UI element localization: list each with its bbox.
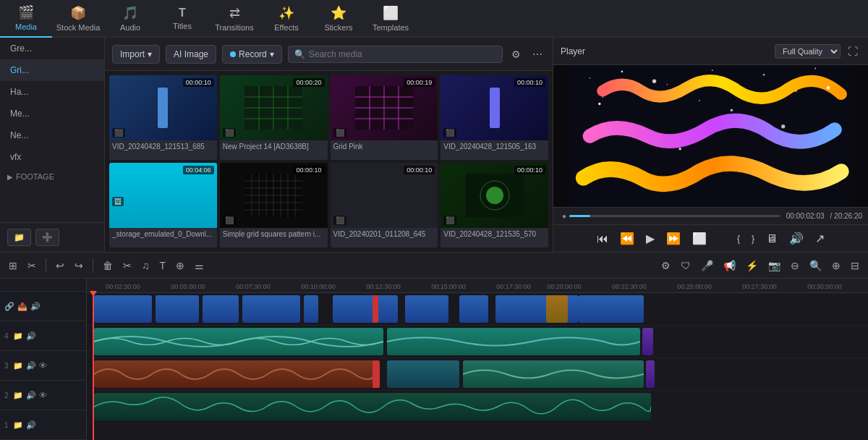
clip-top-1[interactable]: [94, 295, 152, 323]
track-audio-icon-2[interactable]: 🔊: [26, 391, 36, 400]
track-audio-icon-1[interactable]: 🔊: [26, 420, 36, 430]
nav-transitions[interactable]: ⇄ Transitions: [208, 0, 260, 38]
tl-audio-extract[interactable]: ♫: [139, 258, 153, 273]
time-progress[interactable]: [569, 215, 780, 217]
fullscreen-button[interactable]: ⛶: [845, 44, 861, 59]
tl-trim-tool[interactable]: ✂: [25, 258, 39, 273]
track-eye-icon-3[interactable]: 👁: [39, 361, 47, 370]
clip-top-4[interactable]: [242, 295, 300, 323]
nav-titles[interactable]: T Titles: [156, 0, 208, 38]
media-item-3[interactable]: 00:00:10 ⬛ VID_20240428_121505_163: [441, 75, 548, 160]
tl-settings-button[interactable]: ⚙: [658, 258, 673, 273]
sidebar-item-gri[interactable]: Gri...: [0, 59, 104, 81]
tl-align-button[interactable]: ⚌: [192, 258, 207, 273]
clip-teal-2[interactable]: [387, 328, 640, 355]
clip-main-1[interactable]: [94, 360, 376, 388]
track-export-icon[interactable]: 📤: [17, 302, 27, 311]
clip-purple-main[interactable]: [646, 360, 655, 388]
sidebar-item-gre[interactable]: Gre...: [0, 38, 104, 59]
audio-button[interactable]: 🔊: [786, 229, 807, 248]
nav-media[interactable]: 🎬 Media: [0, 0, 52, 38]
sidebar-item-ne[interactable]: Ne...: [0, 124, 104, 146]
search-box[interactable]: 🔍: [288, 46, 503, 63]
clip-red-marker[interactable]: [373, 295, 378, 323]
clip-top-8[interactable]: [459, 295, 488, 323]
tl-voiceover-button[interactable]: 📢: [720, 258, 739, 273]
record-button[interactable]: Record ▾: [222, 45, 282, 64]
tl-delete-button[interactable]: 🗑: [100, 258, 116, 273]
clip-purple-end[interactable]: [642, 328, 653, 355]
sidebar-item-vfx[interactable]: vfx: [0, 146, 104, 168]
clip-top-5[interactable]: [304, 295, 318, 323]
clip-top-7[interactable]: [405, 295, 448, 323]
track-audio-icon-0[interactable]: 🔊: [30, 302, 41, 311]
ai-image-button[interactable]: AI Image: [166, 45, 216, 64]
import-button[interactable]: Import ▾: [112, 45, 160, 64]
track-folder-icon-3[interactable]: 📁: [13, 361, 23, 371]
clip-audio-main[interactable]: [94, 393, 651, 420]
nav-stock-media[interactable]: 📦 Stock Media: [52, 0, 104, 38]
clip-top-6[interactable]: [333, 295, 398, 323]
media-item-7[interactable]: 00:00:10 ⬛ VID_20240428_121535_570: [441, 163, 548, 248]
add-folder-button[interactable]: 📁: [7, 229, 31, 246]
track-audio-icon-3[interactable]: 🔊: [26, 361, 36, 371]
tl-zoom-button[interactable]: ⊕: [173, 258, 187, 273]
more-options-button[interactable]: ⋯: [529, 47, 545, 62]
tl-add-track-button[interactable]: ⊕: [829, 258, 843, 273]
tl-cut-button[interactable]: ✂: [120, 258, 135, 273]
more-ctrl-button[interactable]: ↗: [812, 229, 828, 248]
sidebar-item-ha[interactable]: Ha...: [0, 81, 104, 103]
clip-top-11[interactable]: [579, 295, 644, 323]
media-item-4[interactable]: 00:04:06 🖼 _storage_emulated_0_Downl...: [109, 163, 217, 248]
tl-text-tool[interactable]: T: [157, 258, 169, 273]
mark-in-button[interactable]: {: [733, 232, 744, 246]
tl-grid-view-button[interactable]: ⊟: [848, 258, 862, 273]
tl-snapshot-button[interactable]: 📷: [765, 258, 783, 273]
nav-stickers[interactable]: ⭐ Stickers: [312, 0, 365, 38]
quality-select[interactable]: Full Quality Half Quality: [775, 44, 841, 59]
clip-top-2[interactable]: [156, 295, 199, 323]
track-link-icon[interactable]: 🔗: [4, 302, 14, 311]
sidebar-item-me[interactable]: Me...: [0, 103, 104, 124]
tl-mic-button[interactable]: 🎤: [698, 258, 716, 273]
search-input[interactable]: [309, 49, 496, 59]
tl-safety-button[interactable]: 🛡: [678, 258, 694, 273]
timeline-tracks[interactable]: 00:02:30:00 00:05:00:00 00:07:30:00 00:1…: [87, 279, 868, 440]
mark-out-button[interactable]: }: [748, 232, 758, 246]
time-back-button[interactable]: ●: [559, 211, 569, 221]
clip-teal-1[interactable]: [94, 328, 383, 355]
media-item-5[interactable]: 00:00:10 ⬛ Simple grid squares pattern i…: [220, 163, 328, 248]
fullscreen-player-button[interactable]: ⬜: [689, 229, 710, 248]
tl-speed-button[interactable]: ⊖: [788, 258, 802, 273]
media-item-2[interactable]: 00:00:19 ⬛ Grid Pink: [331, 75, 438, 160]
clip-main-2[interactable]: [387, 360, 459, 388]
prev-frame-button[interactable]: ⏪: [616, 229, 638, 248]
tl-fx-button[interactable]: ⚡: [743, 258, 761, 273]
nav-effects[interactable]: ✨ Effects: [260, 0, 312, 38]
media-item-1[interactable]: 00:00:20 ⬛ New Project 14 [AD3638B]: [220, 75, 328, 160]
media-item-0[interactable]: 00:00:10 ⬛ VID_20240428_121513_685: [109, 75, 217, 160]
track-audio-icon-4[interactable]: 🔊: [26, 331, 36, 341]
play-button[interactable]: ▶: [642, 229, 658, 248]
tl-select-tool[interactable]: ⊞: [6, 258, 20, 273]
track-folder-icon-2[interactable]: 📁: [13, 391, 23, 400]
nav-templates[interactable]: ⬜ Templates: [365, 0, 417, 38]
clip-red-block[interactable]: [373, 360, 380, 388]
tl-redo-button[interactable]: ↪: [72, 258, 86, 273]
clip-top-9[interactable]: [495, 295, 553, 323]
sidebar-section-footage[interactable]: ▶ FOOTAGE: [0, 168, 104, 185]
nav-audio[interactable]: 🎵 Audio: [104, 0, 156, 38]
add-item-button[interactable]: ➕: [35, 229, 59, 246]
rewind-button[interactable]: ⏮: [593, 230, 612, 248]
tl-undo-button[interactable]: ↩: [53, 258, 67, 273]
tl-zoom-in-button[interactable]: 🔍: [807, 258, 825, 273]
track-folder-icon-4[interactable]: 📁: [13, 331, 23, 341]
playhead[interactable]: [93, 293, 94, 440]
clip-top-yellow[interactable]: [546, 295, 568, 323]
clip-top-3[interactable]: [203, 295, 239, 323]
screenshot-button[interactable]: 🖥: [762, 230, 781, 248]
clip-main-3[interactable]: [463, 360, 644, 388]
track-eye-icon-2[interactable]: 👁: [39, 391, 47, 399]
filter-button[interactable]: ⚙: [509, 47, 524, 62]
media-item-6[interactable]: 00:00:10 ⬛ VID_20240201_011208_645: [331, 163, 438, 248]
